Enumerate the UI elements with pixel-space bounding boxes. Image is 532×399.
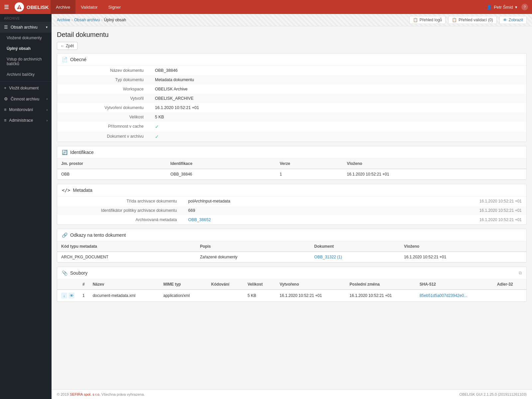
- breadcrumb-sep2: ›: [101, 18, 102, 22]
- identification-section-header: 🔄 Identifikace: [57, 146, 526, 159]
- display-button[interactable]: 👁 Zobrazit: [499, 16, 527, 24]
- sidebar-section-label: Archive: [0, 14, 52, 22]
- sidebar-item-vstup-balicky[interactable]: Vstup do archivních balíčků: [0, 54, 52, 69]
- col-identification: Identifikace: [167, 159, 276, 169]
- page-header: Detail dokumentu: [52, 26, 532, 42]
- archive-check-icon: ✓: [155, 134, 159, 139]
- document-icon: 📄: [62, 57, 67, 62]
- validation-review-button[interactable]: 📋 Přehled validací (0): [448, 16, 496, 24]
- sidebar-item-label: Archivní balíčky: [7, 72, 35, 77]
- metadata-row-archived-metadata: Archivovaná metadata OBB_38652 16.1.2020…: [57, 215, 526, 224]
- sidebar-item-uplny-obsah[interactable]: Úplný obsah: [0, 43, 52, 54]
- archived-metadata-link[interactable]: OBB_38652: [188, 217, 211, 222]
- table-header-row: Kód typu metadata Popis Dokument Vloženo: [57, 241, 526, 252]
- nav-links: Archive Validator Signer: [51, 0, 126, 14]
- col-version: Verze: [276, 159, 343, 169]
- breadcrumb-archive[interactable]: Archive: [57, 18, 70, 22]
- field-label: Přítomnost v cache: [57, 122, 150, 132]
- identification-section: 🔄 Identifikace Jm. prostor Identifikace …: [57, 146, 527, 180]
- log-review-button[interactable]: 📋 Přehled logů: [409, 16, 446, 24]
- sidebar-item-monitorovani[interactable]: ≡ Monitorování ›: [0, 104, 52, 115]
- metadata-detail-table: Třída archivace dokumentu polArchInput-m…: [57, 197, 526, 224]
- col-size: Velikost: [244, 279, 276, 290]
- col-document: Dokument: [310, 241, 400, 252]
- col-description: Popis: [196, 241, 310, 252]
- sidebar-item-obsah-archivu[interactable]: ☰ Obsah archivu ▾: [0, 22, 52, 33]
- id-icon: 🔄: [62, 150, 67, 155]
- table-row: ↓ 👁 1 document-metadata.xml application/…: [57, 290, 526, 302]
- sidebar-item-label: Úplný obsah: [7, 46, 31, 51]
- field-value: OBB_38652: [184, 215, 354, 224]
- sidebar-item-archivni-balicky[interactable]: Archivní balíčky: [0, 69, 52, 80]
- breadcrumb-sep1: ›: [71, 18, 73, 22]
- rights-text: Všechna práva vyhrazena.: [101, 392, 145, 396]
- admin-icon: ≡: [4, 118, 6, 123]
- copy-files-icon[interactable]: ⧉: [519, 270, 522, 276]
- field-value: OBELISK_ARCHIVE: [150, 94, 526, 103]
- col-actions: [57, 279, 78, 290]
- footer-right: OBELISK GUI 2.1.25.0 (2019111261103): [460, 392, 527, 396]
- col-num: #: [78, 279, 89, 290]
- svg-rect-2: [19, 8, 20, 9]
- back-label: Zpět: [66, 44, 74, 48]
- field-date: 16.1.2020 10:52:21 +01: [354, 206, 526, 215]
- field-label: Vytvoření dokumentu: [57, 103, 150, 112]
- col-inserted: Vloženo: [400, 241, 526, 252]
- breadcrumb-uplny-obsah: Úplný obsah: [104, 18, 126, 22]
- metadata-section-title: Metadata: [73, 188, 92, 193]
- col-name: Název: [89, 279, 160, 290]
- version-text: OBELISK GUI 2.1.25.0 (2019111261103): [460, 392, 527, 396]
- sidebar-item-label: Vložit dokument: [9, 86, 39, 90]
- cell-created: 16.1.2020 10:52:21 +01: [276, 290, 345, 302]
- breadcrumb-obsah-archivu[interactable]: Obsah archivu: [74, 18, 100, 22]
- document-link[interactable]: OBB_31322 (1): [314, 255, 342, 259]
- sha512-link[interactable]: 85eb51d5a007d23942e0...: [420, 293, 467, 298]
- nav-validator[interactable]: Validator: [75, 0, 103, 14]
- table-row: OBB OBB_38846 1 16.1.2020 10:52:21 +01: [57, 169, 526, 180]
- display-label: Zobrazit: [509, 18, 523, 22]
- sidebar-item-administrace[interactable]: ≡ Administrace ›: [0, 115, 52, 126]
- col-encoding: Kódování: [207, 279, 243, 290]
- detail-row-workspace: Workspace OBELISK Archive: [57, 84, 526, 94]
- footer-left: © 2019 SEFIRA spol. s r.o. Všechna práva…: [57, 392, 145, 396]
- sidebar-item-vlozit-dokument[interactable]: + Vložit dokument: [0, 83, 52, 93]
- logo-area: ☰ OBELISK: [4, 2, 51, 12]
- col-code: Kód typu metadata: [57, 241, 196, 252]
- field-value: ✓: [150, 122, 526, 132]
- nav-archive[interactable]: Archive: [51, 0, 75, 14]
- nav-signer[interactable]: Signer: [103, 0, 126, 14]
- user-menu[interactable]: 👤 Petr Šmíd ▾: [486, 5, 517, 10]
- sidebar-item-vlozene-dokumenty[interactable]: Vložené dokumenty: [0, 33, 52, 43]
- back-button[interactable]: ← Zpět: [57, 42, 77, 50]
- monitor-icon: ≡: [4, 107, 6, 112]
- col-sha512: SHA-512: [416, 279, 493, 290]
- field-label: Workspace: [57, 84, 150, 94]
- field-value: OBB_38846: [150, 66, 526, 75]
- sidebar-item-label: Vstup do archivních balíčků: [7, 57, 48, 66]
- breadcrumb: Archive › Obsah archivu › Úplný obsah: [57, 18, 126, 22]
- files-section-header: 📎 Soubory ⧉: [57, 267, 526, 279]
- col-inserted: Vloženo: [343, 159, 526, 169]
- user-dropdown-icon: ▾: [515, 5, 517, 10]
- cell-inserted: 16.1.2020 10:52:21 +01: [343, 169, 526, 180]
- top-right-area: 👤 Petr Šmíd ▾ ?: [486, 4, 528, 10]
- sidebar-item-label: Vložené dokumenty: [7, 36, 42, 40]
- identification-table: Jm. prostor Identifikace Verze Vloženo O…: [57, 159, 526, 180]
- validation-icon: 📋: [452, 18, 457, 22]
- sidebar-item-cinnost-archivu[interactable]: ⚙ Činnost archivu ›: [0, 93, 52, 104]
- user-name: Petr Šmíd: [494, 5, 513, 10]
- hamburger-icon[interactable]: ☰: [4, 4, 9, 10]
- help-icon[interactable]: ?: [521, 4, 528, 10]
- paperclip-icon: 📎: [62, 270, 67, 276]
- plus-icon: +: [4, 86, 6, 90]
- file-view-button[interactable]: 👁: [68, 293, 74, 299]
- cell-size: 5 KB: [244, 290, 276, 302]
- cell-encoding: [207, 290, 243, 302]
- field-date: 16.1.2020 10:52:21 +01: [354, 215, 526, 224]
- file-download-button[interactable]: ↓: [61, 293, 67, 299]
- company-link[interactable]: SEFIRA spol. s r.o.: [70, 392, 100, 396]
- chevron-down-icon: ▾: [46, 25, 48, 29]
- cell-modified: 16.1.2020 10:52:21 +01: [345, 290, 415, 302]
- back-arrow-icon: ←: [61, 44, 65, 48]
- field-value: OBELISK Archive: [150, 84, 526, 94]
